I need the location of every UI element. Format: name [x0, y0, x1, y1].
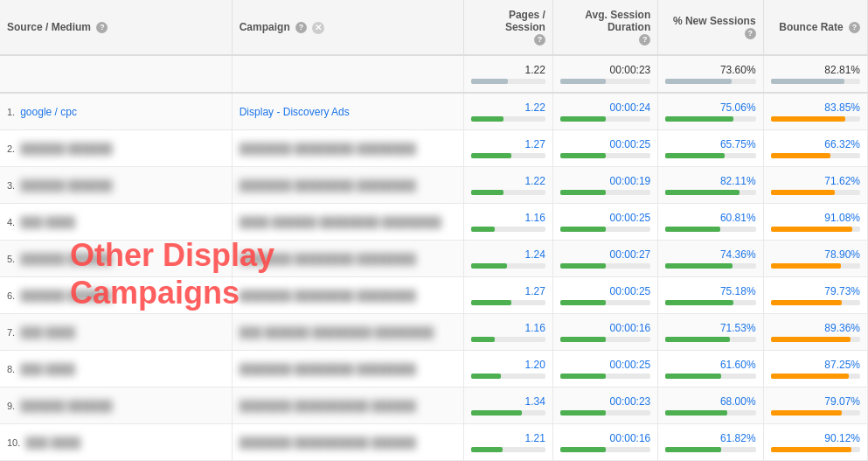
source-text: ██████ ██████ — [20, 290, 112, 302]
avg-session-value[interactable]: 00:00:24 — [610, 101, 651, 114]
new-sessions-value[interactable]: 75.18% — [720, 285, 756, 297]
pages-bar — [471, 374, 545, 379]
new-bar — [665, 410, 755, 416]
new-sessions-cell: 65.75% — [658, 130, 763, 167]
new-bar — [665, 227, 755, 232]
avg-bar — [560, 116, 650, 122]
table-row: 7.███ ███████ ██████ ████████ ████████1.… — [0, 314, 868, 351]
bounce-rate-value[interactable]: 79.07% — [824, 395, 860, 408]
new-sessions-value[interactable]: 82.11% — [720, 175, 756, 187]
bounce-rate-value[interactable]: 87.25% — [824, 359, 860, 371]
campaign-link[interactable]: Display - Discovery Ads — [240, 106, 350, 118]
avg-session-value[interactable]: 00:00:16 — [610, 322, 651, 334]
bounce-rate-value[interactable]: 71.62% — [824, 175, 860, 187]
pages-value[interactable]: 1.34 — [525, 395, 545, 408]
new-sessions-value[interactable]: 61.60% — [720, 359, 756, 371]
total-avg-value: 00:00:23 — [610, 64, 651, 76]
new-sessions-value[interactable]: 71.53% — [720, 322, 756, 334]
bounce-help-icon[interactable]: ? — [849, 22, 860, 33]
pages-value[interactable]: 1.27 — [525, 138, 545, 150]
row-number: 4. — [7, 217, 15, 227]
col-header-pages: Pages / Session ? — [463, 0, 552, 55]
avg-bar — [560, 227, 650, 232]
col-header-avg-session: Avg. Session Duration ? — [552, 0, 657, 55]
pages-help-icon[interactable]: ? — [534, 34, 545, 45]
col-header-campaign: Campaign ? ✕ — [232, 0, 463, 55]
new-help-icon[interactable]: ? — [745, 28, 756, 39]
bounce-rate-value[interactable]: 91.08% — [824, 212, 860, 224]
new-sessions-value[interactable]: 74.36% — [720, 248, 756, 261]
new-sessions-value[interactable]: 61.82% — [720, 432, 756, 444]
table-row: 8.███ ███████████ ████████ ████████1.200… — [0, 351, 868, 388]
campaign-help-icon[interactable]: ? — [295, 22, 307, 33]
new-bar — [665, 337, 755, 342]
row-number: 5. — [7, 254, 15, 264]
pages-value[interactable]: 1.27 — [525, 285, 545, 297]
avg-bar — [560, 300, 650, 305]
table-row: 1.google / cpcDisplay - Discovery Ads1.2… — [0, 93, 868, 130]
avg-session-value[interactable]: 00:00:16 — [610, 432, 651, 444]
bounce-rate-value[interactable]: 66.32% — [824, 138, 860, 150]
total-pages-bar-fill — [471, 79, 509, 84]
avg-session-value[interactable]: 00:00:23 — [610, 395, 651, 408]
pages-value[interactable]: 1.20 — [525, 359, 545, 371]
bounce-rate-value[interactable]: 78.90% — [824, 248, 860, 261]
avg-session-value[interactable]: 00:00:25 — [610, 212, 651, 224]
pages-value[interactable]: 1.22 — [525, 175, 545, 187]
new-sessions-value[interactable]: 68.00% — [720, 395, 756, 408]
avg-session-value[interactable]: 00:00:25 — [610, 138, 651, 150]
bounce-rate-value[interactable]: 90.12% — [824, 432, 860, 444]
pages-bar — [471, 410, 545, 416]
pages-bar-fill — [471, 153, 511, 158]
bounce-bar — [771, 337, 860, 342]
avg-bar-fill — [560, 410, 606, 416]
total-new-bar — [665, 79, 755, 84]
new-sessions-value[interactable]: 65.75% — [720, 138, 756, 150]
total-bounce-bar — [771, 79, 860, 84]
table-row: 10.███ ███████████ ██████████ ██████1.21… — [0, 424, 868, 461]
avg-bar-fill — [560, 190, 606, 195]
campaign-filter-icon[interactable]: ✕ — [312, 22, 324, 34]
avg-session-value[interactable]: 00:00:25 — [610, 285, 651, 297]
campaign-text: ███████ ████████ ████████ — [240, 253, 416, 265]
new-sessions-cell: 61.60% — [658, 351, 763, 388]
source-help-icon[interactable]: ? — [96, 22, 108, 33]
new-bar-fill — [665, 410, 726, 416]
pages-value[interactable]: 1.22 — [525, 101, 545, 114]
source-cell: 7.███ ████ — [0, 314, 232, 351]
total-avg-bar — [560, 79, 650, 84]
avg-session-value[interactable]: 00:00:19 — [610, 175, 651, 187]
avg-session-value[interactable]: 00:00:27 — [610, 248, 651, 261]
pages-bar — [471, 337, 545, 342]
bounce-bar — [771, 447, 860, 452]
avg-session-value[interactable]: 00:00:25 — [610, 359, 651, 371]
pages-bar — [471, 300, 545, 305]
new-sessions-value[interactable]: 60.81% — [720, 212, 756, 224]
bounce-rate-cell: 83.85% — [763, 93, 867, 130]
pages-cell: 1.21 — [463, 424, 552, 461]
new-sessions-cell: 68.00% — [658, 388, 763, 424]
pages-value[interactable]: 1.24 — [525, 248, 545, 261]
avg-bar — [560, 263, 650, 269]
avg-help-icon[interactable]: ? — [639, 34, 650, 45]
pages-value[interactable]: 1.21 — [525, 432, 545, 444]
new-bar — [665, 447, 755, 452]
campaign-cell: ███████ ████████ ████████ — [232, 167, 463, 204]
source-link[interactable]: google / cpc — [20, 106, 77, 118]
bounce-rate-value[interactable]: 79.73% — [824, 285, 860, 297]
col-campaign-label: Campaign — [240, 21, 290, 33]
new-sessions-value[interactable]: 75.06% — [720, 101, 756, 114]
campaign-cell: ███ ██████ ████████ ████████ — [232, 314, 463, 351]
avg-session-cell: 00:00:24 — [552, 93, 657, 130]
pages-value[interactable]: 1.16 — [525, 322, 545, 334]
source-text: ██████ ██████ — [20, 179, 112, 192]
row-number: 3. — [7, 180, 15, 191]
pages-value[interactable]: 1.16 — [525, 212, 545, 224]
new-sessions-cell: 82.11% — [658, 167, 763, 204]
pages-bar-fill — [471, 116, 503, 122]
pages-bar-fill — [471, 227, 495, 232]
new-bar-fill — [665, 227, 720, 232]
bounce-rate-value[interactable]: 89.36% — [824, 322, 860, 334]
bounce-rate-value[interactable]: 83.85% — [824, 101, 860, 114]
new-bar — [665, 190, 755, 195]
